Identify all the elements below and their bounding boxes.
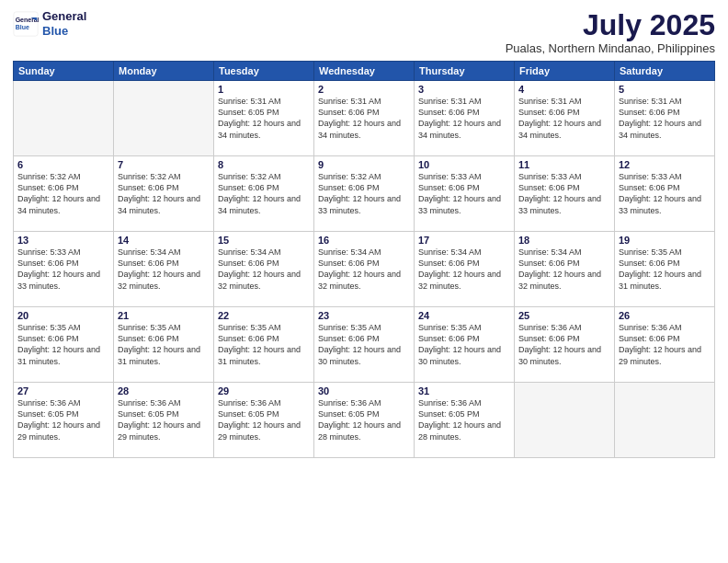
day-detail: Sunrise: 5:34 AMSunset: 6:06 PMDaylight:… [418, 247, 510, 292]
day-detail: Sunrise: 5:34 AMSunset: 6:06 PMDaylight:… [218, 247, 310, 292]
day-number: 5 [619, 84, 711, 95]
day-number: 22 [218, 310, 310, 321]
day-detail: Sunrise: 5:35 AMSunset: 6:06 PMDaylight:… [218, 322, 310, 367]
day-detail: Sunrise: 5:31 AMSunset: 6:06 PMDaylight:… [619, 96, 711, 141]
day-detail: Sunrise: 5:32 AMSunset: 6:06 PMDaylight:… [218, 171, 310, 216]
calendar-cell-w3-d2: 14Sunrise: 5:34 AMSunset: 6:06 PMDayligh… [114, 232, 214, 307]
day-number: 16 [318, 235, 410, 246]
calendar-cell-w1-d7: 5Sunrise: 5:31 AMSunset: 6:06 PMDaylight… [615, 81, 715, 156]
calendar-cell-w4-d3: 22Sunrise: 5:35 AMSunset: 6:06 PMDayligh… [214, 307, 314, 383]
calendar-cell-w5-d3: 29Sunrise: 5:36 AMSunset: 6:05 PMDayligh… [214, 383, 314, 458]
calendar-week-4: 20Sunrise: 5:35 AMSunset: 6:06 PMDayligh… [14, 307, 715, 383]
logo-icon: General Blue [13, 11, 39, 37]
day-number: 21 [118, 310, 210, 321]
day-number: 19 [619, 235, 711, 246]
day-detail: Sunrise: 5:31 AMSunset: 6:06 PMDaylight:… [318, 96, 410, 141]
day-number: 10 [418, 159, 510, 170]
day-detail: Sunrise: 5:36 AMSunset: 6:05 PMDaylight:… [118, 397, 210, 442]
col-thursday: Thursday [415, 62, 515, 81]
calendar-cell-w4-d4: 23Sunrise: 5:35 AMSunset: 6:06 PMDayligh… [314, 307, 415, 383]
day-detail: Sunrise: 5:35 AMSunset: 6:06 PMDaylight:… [17, 322, 109, 367]
calendar-cell-w1-d1 [14, 81, 114, 156]
day-detail: Sunrise: 5:33 AMSunset: 6:06 PMDaylight:… [518, 171, 610, 216]
calendar-week-3: 13Sunrise: 5:33 AMSunset: 6:06 PMDayligh… [14, 232, 715, 307]
day-detail: Sunrise: 5:36 AMSunset: 6:05 PMDaylight:… [318, 397, 410, 442]
day-detail: Sunrise: 5:33 AMSunset: 6:06 PMDaylight:… [17, 247, 109, 292]
day-number: 27 [17, 385, 109, 396]
calendar-week-2: 6Sunrise: 5:32 AMSunset: 6:06 PMDaylight… [14, 156, 715, 232]
calendar-cell-w2-d1: 6Sunrise: 5:32 AMSunset: 6:06 PMDaylight… [14, 156, 114, 232]
calendar-cell-w1-d5: 3Sunrise: 5:31 AMSunset: 6:06 PMDaylight… [415, 81, 515, 156]
svg-text:Blue: Blue [16, 24, 29, 30]
calendar-cell-w4-d7: 26Sunrise: 5:36 AMSunset: 6:06 PMDayligh… [615, 307, 715, 383]
calendar-cell-w5-d5: 31Sunrise: 5:36 AMSunset: 6:05 PMDayligh… [415, 383, 515, 458]
day-detail: Sunrise: 5:34 AMSunset: 6:06 PMDaylight:… [118, 247, 210, 292]
day-detail: Sunrise: 5:35 AMSunset: 6:06 PMDaylight:… [418, 322, 510, 367]
day-detail: Sunrise: 5:33 AMSunset: 6:06 PMDaylight:… [619, 171, 711, 216]
calendar-body: 1Sunrise: 5:31 AMSunset: 6:05 PMDaylight… [14, 81, 715, 458]
day-number: 9 [318, 159, 410, 170]
day-number: 15 [218, 235, 310, 246]
day-number: 3 [418, 84, 510, 95]
day-number: 20 [17, 310, 109, 321]
day-detail: Sunrise: 5:35 AMSunset: 6:06 PMDaylight:… [619, 247, 711, 292]
calendar-cell-w4-d1: 20Sunrise: 5:35 AMSunset: 6:06 PMDayligh… [14, 307, 114, 383]
calendar-cell-w2-d7: 12Sunrise: 5:33 AMSunset: 6:06 PMDayligh… [615, 156, 715, 232]
day-detail: Sunrise: 5:33 AMSunset: 6:06 PMDaylight:… [418, 171, 510, 216]
day-number: 2 [318, 84, 410, 95]
calendar-title: July 2025 [506, 9, 715, 41]
day-number: 26 [619, 310, 711, 321]
calendar-cell-w3-d7: 19Sunrise: 5:35 AMSunset: 6:06 PMDayligh… [615, 232, 715, 307]
calendar-cell-w2-d3: 8Sunrise: 5:32 AMSunset: 6:06 PMDaylight… [214, 156, 314, 232]
calendar-cell-w3-d1: 13Sunrise: 5:33 AMSunset: 6:06 PMDayligh… [14, 232, 114, 307]
col-sunday: Sunday [14, 62, 114, 81]
page: General Blue General Blue July 2025 Pual… [0, 0, 728, 563]
day-number: 8 [218, 159, 310, 170]
day-number: 31 [418, 385, 510, 396]
day-number: 24 [418, 310, 510, 321]
calendar-cell-w4-d5: 24Sunrise: 5:35 AMSunset: 6:06 PMDayligh… [415, 307, 515, 383]
calendar-cell-w1-d6: 4Sunrise: 5:31 AMSunset: 6:06 PMDaylight… [515, 81, 615, 156]
logo-text: General Blue [42, 9, 86, 38]
calendar-cell-w5-d2: 28Sunrise: 5:36 AMSunset: 6:05 PMDayligh… [114, 383, 214, 458]
day-detail: Sunrise: 5:31 AMSunset: 6:06 PMDaylight:… [418, 96, 510, 141]
day-detail: Sunrise: 5:36 AMSunset: 6:05 PMDaylight:… [218, 397, 310, 442]
day-detail: Sunrise: 5:32 AMSunset: 6:06 PMDaylight:… [318, 171, 410, 216]
calendar-week-1: 1Sunrise: 5:31 AMSunset: 6:05 PMDaylight… [14, 81, 715, 156]
day-number: 17 [418, 235, 510, 246]
calendar-cell-w1-d3: 1Sunrise: 5:31 AMSunset: 6:05 PMDaylight… [214, 81, 314, 156]
calendar-cell-w2-d5: 10Sunrise: 5:33 AMSunset: 6:06 PMDayligh… [415, 156, 515, 232]
day-number: 28 [118, 385, 210, 396]
calendar-cell-w4-d2: 21Sunrise: 5:35 AMSunset: 6:06 PMDayligh… [114, 307, 214, 383]
day-number: 1 [218, 84, 310, 95]
calendar-cell-w5-d6 [515, 383, 615, 458]
calendar-cell-w1-d2 [114, 81, 214, 156]
calendar-cell-w2-d4: 9Sunrise: 5:32 AMSunset: 6:06 PMDaylight… [314, 156, 415, 232]
col-tuesday: Tuesday [214, 62, 314, 81]
header: General Blue General Blue July 2025 Pual… [13, 9, 715, 55]
col-friday: Friday [515, 62, 615, 81]
calendar-header-row: Sunday Monday Tuesday Wednesday Thursday… [14, 62, 715, 81]
day-number: 11 [518, 159, 610, 170]
day-detail: Sunrise: 5:36 AMSunset: 6:05 PMDaylight:… [418, 397, 510, 442]
day-detail: Sunrise: 5:35 AMSunset: 6:06 PMDaylight:… [318, 322, 410, 367]
day-number: 6 [17, 159, 109, 170]
col-monday: Monday [114, 62, 214, 81]
calendar-cell-w3-d3: 15Sunrise: 5:34 AMSunset: 6:06 PMDayligh… [214, 232, 314, 307]
logo: General Blue General Blue [13, 9, 86, 38]
day-detail: Sunrise: 5:34 AMSunset: 6:06 PMDaylight:… [518, 247, 610, 292]
day-detail: Sunrise: 5:31 AMSunset: 6:06 PMDaylight:… [518, 96, 610, 141]
day-number: 23 [318, 310, 410, 321]
day-number: 7 [118, 159, 210, 170]
day-number: 14 [118, 235, 210, 246]
day-number: 25 [518, 310, 610, 321]
day-number: 18 [518, 235, 610, 246]
calendar-cell-w2-d6: 11Sunrise: 5:33 AMSunset: 6:06 PMDayligh… [515, 156, 615, 232]
calendar-cell-w5-d4: 30Sunrise: 5:36 AMSunset: 6:05 PMDayligh… [314, 383, 415, 458]
day-number: 12 [619, 159, 711, 170]
calendar-cell-w5-d1: 27Sunrise: 5:36 AMSunset: 6:05 PMDayligh… [14, 383, 114, 458]
day-number: 29 [218, 385, 310, 396]
calendar-cell-w5-d7 [615, 383, 715, 458]
day-detail: Sunrise: 5:36 AMSunset: 6:05 PMDaylight:… [17, 397, 109, 442]
calendar-cell-w3-d4: 16Sunrise: 5:34 AMSunset: 6:06 PMDayligh… [314, 232, 415, 307]
